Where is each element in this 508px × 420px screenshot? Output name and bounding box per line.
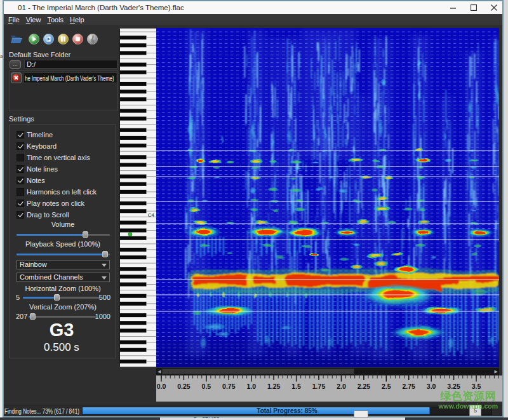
checkbox-timeline[interactable]: Timeline	[17, 131, 53, 139]
active-note-dot	[128, 233, 132, 236]
browse-button[interactable]: ...	[10, 60, 21, 69]
chevron-down-icon	[102, 276, 107, 280]
background-fragment-box	[354, 410, 368, 418]
save-path-field[interactable]: D:/	[24, 60, 117, 69]
slider-handle[interactable]	[102, 251, 108, 257]
play-icon[interactable]	[29, 34, 39, 44]
window-title: 01 - The Imperial March (Darth Vader's T…	[18, 4, 184, 11]
slider-track-filled	[17, 234, 85, 236]
checkbox-play-notes-on-click[interactable]: Play notes on click	[17, 200, 84, 207]
checkbox-label: Play notes on click	[27, 200, 84, 207]
app-window: 01 - The Imperial March (Darth Vader's T…	[3, 0, 504, 417]
timeline-tick-label: 0.75	[222, 383, 236, 390]
empty-checkbox-icon[interactable]	[17, 154, 24, 161]
checkbox-label: Harmonics on left click	[27, 188, 97, 196]
timeline-tick-label: 1.25	[267, 383, 281, 390]
desktop-right-strip	[504, 0, 508, 420]
checkbox-harmonics-on-left-click[interactable]: Harmonics on left click	[17, 188, 97, 196]
file-name-field[interactable]: he Imperial March (Darth Vader's Theme)	[23, 72, 117, 83]
slider-track-empty	[57, 297, 100, 299]
channels-value: Combined Channels	[20, 273, 83, 281]
slider-track-empty	[32, 316, 96, 318]
maximize-button[interactable]	[468, 2, 479, 13]
minimize-button[interactable]	[448, 2, 459, 13]
c4-key-label: C4	[148, 212, 155, 218]
timeline-tick-label: 0.0	[157, 383, 166, 390]
checkmark-icon[interactable]	[17, 131, 24, 139]
chevron-down-icon	[102, 264, 107, 267]
timeline-tick-label: 3.5	[472, 383, 481, 390]
piano-keyboard[interactable]: C4	[119, 28, 157, 367]
checkbox-label: Drag to Scroll	[27, 211, 69, 219]
timeline-tick-label: 3.0	[427, 383, 436, 390]
checkmark-icon[interactable]	[17, 177, 24, 184]
timeline-tick-label: 2.25	[358, 383, 371, 390]
playback-speed-label: Playback Speed (100%)	[10, 240, 116, 248]
status-text: Finding Notes... 73% (617 / 841)	[4, 407, 79, 415]
slider-handle[interactable]	[54, 294, 60, 301]
pause-icon[interactable]	[58, 34, 69, 44]
menu-file[interactable]: File	[5, 15, 23, 24]
menu-tools[interactable]: Tools	[44, 15, 67, 24]
horizontal-zoom-slider[interactable]	[23, 294, 100, 301]
slider-track-filled	[17, 254, 105, 255]
empty-checkbox-icon[interactable]	[17, 188, 24, 196]
timeline-tick-label: 1.0	[246, 383, 256, 390]
status-bar: Finding Notes... 73% (617 / 841) Total P…	[4, 405, 502, 416]
svg-text:𝄞: 𝄞	[90, 34, 95, 44]
remove-file-button[interactable]	[11, 72, 22, 83]
playback-speed-slider[interactable]	[17, 251, 110, 257]
close-button[interactable]	[488, 2, 500, 13]
menubar: FileViewToolsHelp	[4, 14, 502, 25]
checkbox-label: Keyboard	[27, 142, 57, 150]
checkmark-icon[interactable]	[17, 211, 24, 219]
checkbox-time-on-vertical-axis[interactable]: Time on vertical axis	[17, 154, 90, 161]
open-folder-icon[interactable]	[10, 34, 23, 44]
checkmark-icon[interactable]	[17, 165, 24, 173]
settings-label: Settings	[9, 115, 34, 123]
slider-handle[interactable]	[30, 313, 36, 320]
checkbox-notes[interactable]: Notes	[17, 177, 45, 184]
file-list: he Imperial March (Darth Vader's Theme)	[9, 71, 118, 111]
left-panel: 𝄞 Default Save Folder ... D:/ he Imperia…	[4, 25, 119, 405]
checkbox-label: Timeline	[27, 131, 53, 139]
slider-track-empty	[85, 234, 110, 236]
vertical-zoom-label: Vertical Zoom (207%)	[10, 303, 116, 311]
checkbox-drag-to-scroll[interactable]: Drag to Scroll	[17, 211, 69, 219]
play-file-icon[interactable]	[43, 34, 54, 44]
current-time-value: 0.500 s	[4, 341, 119, 354]
menu-view[interactable]: View	[23, 15, 44, 24]
color-scheme-select[interactable]: Rainbow	[17, 260, 110, 269]
checkbox-label: Notes	[27, 177, 45, 184]
slider-track-filled	[23, 297, 57, 299]
toolbar: 𝄞	[10, 32, 102, 45]
scroll-right-icon[interactable]: ▶	[495, 369, 498, 374]
window-controls	[448, 1, 500, 14]
timeline-tick-label: 3.25	[447, 383, 460, 390]
volume-label: Volume	[10, 220, 116, 228]
timeline-ruler[interactable]: 0.00.250.50.751.01.251.51.752.02.252.52.…	[156, 376, 502, 402]
menu-help[interactable]: Help	[67, 15, 88, 24]
scroll-left-icon[interactable]: ◀	[157, 369, 161, 374]
current-note-value: G3	[4, 320, 119, 341]
channels-select[interactable]: Combined Channels	[17, 273, 110, 282]
checkmark-icon[interactable]	[17, 142, 24, 150]
horizontal-scrollbar[interactable]: ◀ ▶	[156, 368, 499, 375]
checkmark-icon[interactable]	[17, 200, 24, 207]
checkbox-label: Time on vertical axis	[27, 154, 90, 161]
color-scheme-value: Rainbow	[20, 261, 47, 268]
checkbox-note-lines[interactable]: Note lines	[17, 165, 58, 173]
stop-icon[interactable]	[72, 34, 83, 44]
default-save-folder-label: Default Save Folder	[9, 51, 70, 58]
spectrogram[interactable]	[156, 28, 499, 367]
slider-handle[interactable]	[83, 231, 88, 238]
checkbox-keyboard[interactable]: Keyboard	[17, 142, 57, 150]
titlebar[interactable]: 01 - The Imperial March (Darth Vader's T…	[4, 1, 502, 14]
timeline-tick-label: 1.5	[291, 383, 301, 390]
volume-slider[interactable]	[17, 231, 110, 238]
vertical-zoom-slider[interactable]	[29, 313, 96, 320]
treble-clef-icon[interactable]: 𝄞	[87, 34, 98, 44]
hzoom-min: 5	[16, 294, 20, 301]
background-fragment-box2: 5	[469, 405, 481, 416]
scrollbar-thumb[interactable]	[162, 369, 354, 374]
